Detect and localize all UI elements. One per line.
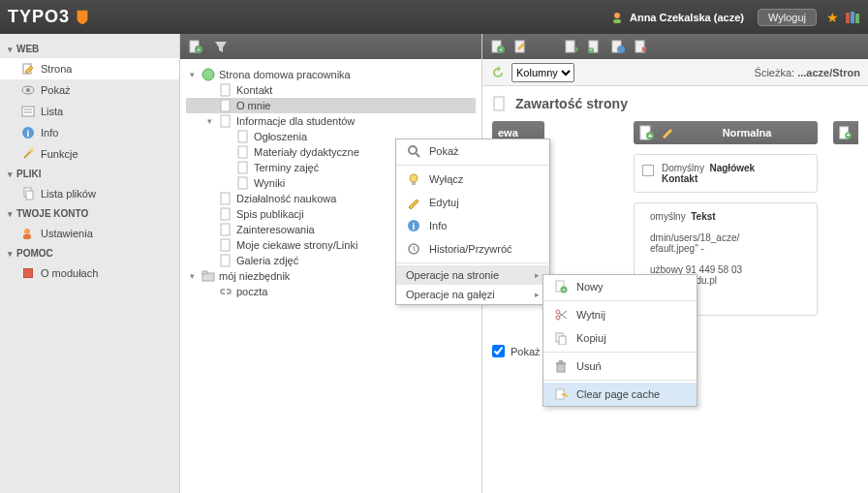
ctx-delete[interactable]: Usuń — [543, 354, 697, 378]
tree-root[interactable]: ▾Strona domowa pracownika — [186, 67, 476, 82]
content-element[interactable]: Domyślny NagłówekKontakt — [634, 154, 818, 193]
user-icon — [610, 11, 624, 24]
pencil-icon — [406, 195, 421, 210]
page-icon — [219, 254, 232, 267]
expand-icon[interactable]: ▾ — [186, 271, 198, 281]
svg-rect-32 — [221, 193, 230, 204]
new-record-icon[interactable]: + — [490, 39, 506, 54]
tree-node-selected[interactable]: O mnie — [186, 98, 476, 113]
svg-point-7 — [26, 88, 30, 92]
svg-rect-4 — [855, 14, 859, 23]
ctx-info[interactable]: iInfo — [396, 214, 549, 237]
nav-item-list[interactable]: Lista — [0, 101, 179, 122]
svg-rect-35 — [221, 239, 230, 251]
page-icon — [236, 145, 250, 159]
show-hidden-checkbox[interactable] — [492, 345, 505, 357]
svg-rect-74 — [556, 362, 566, 364]
edit-column-icon[interactable] — [661, 125, 676, 140]
ctx-clear-cache[interactable]: Clear page cache — [543, 383, 697, 406]
ctx-new[interactable]: +Nowy — [543, 275, 697, 298]
files-icon — [21, 187, 35, 200]
history-icon — [406, 241, 421, 257]
edit-icon[interactable] — [513, 39, 529, 54]
add-content-icon[interactable]: + — [639, 125, 655, 140]
clear-cache-icon — [553, 386, 569, 402]
ctx-branch-ops[interactable]: Operacje na gałęzi▸ — [396, 285, 549, 304]
context-menu-page: Pokaż Wyłącz Edytuj iInfo Historia/Przyw… — [395, 139, 550, 305]
svg-rect-33 — [221, 208, 230, 220]
svg-rect-28 — [238, 131, 247, 142]
expand-icon[interactable]: ▾ — [203, 116, 215, 126]
new-page-icon[interactable]: + — [587, 39, 603, 54]
nav-item-page[interactable]: Strona — [0, 58, 179, 79]
svg-rect-8 — [22, 107, 34, 116]
ctx-page-ops[interactable]: Operacje na stronie▸ — [396, 265, 549, 285]
add-content-icon[interactable]: + — [839, 125, 852, 140]
svg-rect-2 — [846, 13, 850, 23]
nav-item-view[interactable]: Pokaż — [0, 79, 179, 101]
nav-section-help[interactable]: ▾POMOC — [0, 244, 179, 262]
element-type-icon — [642, 165, 654, 176]
book-icon — [21, 266, 35, 280]
info-icon: i — [406, 218, 421, 233]
svg-rect-72 — [559, 336, 566, 345]
refresh-icon[interactable] — [490, 65, 506, 80]
collapse-icon: ▾ — [8, 249, 13, 259]
top-bar: TYPO3 Anna Czekalska (acze) Wyloguj ★ — [0, 0, 868, 34]
new-icon: + — [553, 279, 569, 294]
globe-icon — [202, 68, 215, 81]
nav-section-web[interactable]: ▾WEB — [0, 40, 179, 58]
layout-select[interactable]: Kolumny — [512, 63, 574, 82]
ctx-show[interactable]: Pokaż — [396, 139, 549, 163]
ctx-cut[interactable]: Wytnij — [543, 303, 697, 326]
page-icon — [236, 161, 250, 174]
collapse-icon: ▾ — [8, 169, 13, 179]
svg-rect-20 — [24, 269, 32, 277]
ctx-history[interactable]: Historia/Przywróć — [396, 237, 549, 261]
history-icon[interactable] — [610, 39, 626, 54]
page-icon — [219, 99, 232, 112]
move-icon[interactable] — [564, 39, 579, 54]
expand-icon[interactable]: ▾ — [186, 70, 198, 79]
logo-shield-icon — [74, 9, 91, 26]
svg-text:i: i — [27, 128, 30, 139]
svg-rect-25 — [221, 84, 230, 96]
filter-icon[interactable] — [213, 39, 229, 54]
nav-item-settings[interactable]: Ustawienia — [0, 223, 179, 244]
nav-section-account[interactable]: ▾TWOJE KONTO — [0, 204, 179, 223]
svg-rect-34 — [221, 224, 230, 235]
svg-text:+: + — [589, 46, 593, 53]
ctx-disable[interactable]: Wyłącz — [396, 168, 549, 191]
bookmark-star-icon[interactable]: ★ — [826, 10, 839, 25]
shortcut-icon[interactable] — [845, 10, 860, 25]
nav-item-functions[interactable]: Funkcje — [0, 143, 179, 165]
ctx-copy[interactable]: Kopiuj — [543, 326, 697, 350]
nav-item-filelist[interactable]: Lista plików — [0, 183, 179, 204]
svg-text:+: + — [847, 132, 851, 139]
svg-point-24 — [202, 69, 214, 80]
svg-text:i: i — [413, 221, 416, 231]
chevron-right-icon: ▸ — [535, 270, 540, 280]
ctx-edit[interactable]: Edytuj — [396, 191, 549, 214]
new-page-icon[interactable]: + — [188, 39, 203, 54]
nav-item-about[interactable]: O modułach — [0, 262, 179, 284]
eye-icon — [21, 83, 35, 97]
tree-node[interactable]: Kontakt — [186, 82, 476, 98]
context-submenu-pageops: +Nowy Wytnij Kopiuj Usuń Clear page cach… — [542, 274, 698, 407]
nav-item-info[interactable]: iInfo — [0, 122, 179, 143]
nav-section-files[interactable]: ▾PLIKI — [0, 165, 179, 183]
svg-rect-1 — [613, 19, 621, 23]
page-icon — [236, 130, 250, 143]
tree-node[interactable]: ▾Informacje dla studentów — [186, 113, 476, 129]
clear-cache-icon[interactable] — [634, 39, 649, 54]
svg-point-48 — [617, 46, 625, 53]
svg-point-14 — [30, 148, 34, 152]
column-header-normal: + Normalna — [634, 121, 818, 144]
svg-rect-50 — [494, 97, 504, 110]
logout-button[interactable]: Wyloguj — [758, 9, 817, 26]
column-right-stub: + — [833, 121, 858, 316]
svg-text:+: + — [648, 132, 653, 140]
trash-icon — [553, 358, 569, 374]
scissors-icon — [553, 307, 569, 323]
logo-text: TYPO3 — [8, 7, 70, 27]
